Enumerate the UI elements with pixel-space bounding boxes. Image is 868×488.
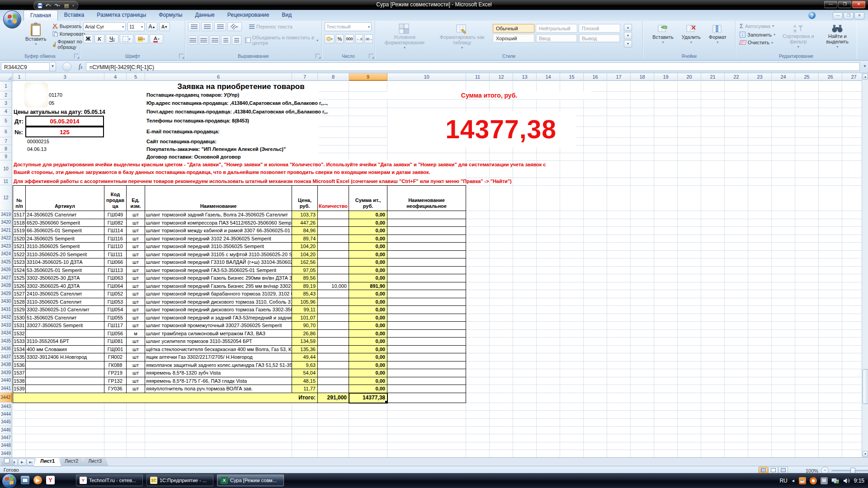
table-row[interactable]: 1534400 мм СловакияГЩ001штщётка стеклооч…: [13, 346, 466, 354]
cell[interactable]: [318, 211, 349, 219]
mail-tray-icon[interactable]: M: [821, 477, 828, 484]
cell[interactable]: 1520: [13, 235, 26, 243]
row-header-3433[interactable]: 3433: [0, 321, 12, 329]
cell[interactable]: 3110-3552054 БРТ: [26, 338, 104, 346]
select-all-corner[interactable]: [0, 73, 13, 81]
cell[interactable]: [318, 298, 349, 306]
page-layout-view-button[interactable]: [769, 467, 778, 474]
table-row[interactable]: 15186520-3506060 SemperitГШ082штшланг то…: [13, 219, 466, 227]
row-header-3422[interactable]: 3422: [0, 235, 12, 243]
zoom-slider[interactable]: [831, 470, 868, 471]
cell[interactable]: ГЯ002: [104, 353, 127, 361]
cell[interactable]: ГР219: [104, 369, 127, 377]
table-row[interactable]: 152024-3506025 SemperitГШ116штшланг торм…: [13, 235, 466, 243]
cell[interactable]: яяяремень 8,5*8-1320 зубч Vista: [145, 369, 292, 377]
cell[interactable]: 447,26: [292, 219, 318, 227]
cell[interactable]: [318, 377, 349, 385]
request-number-cell[interactable]: 125: [25, 127, 104, 137]
row-header-3434[interactable]: 3434: [0, 329, 12, 338]
row-header-3427[interactable]: 3427: [0, 274, 12, 282]
row-header-4[interactable]: 4: [0, 108, 12, 116]
cell[interactable]: [387, 235, 466, 243]
sort-filter-button[interactable]: АЯ Сортировка и фильтр▾: [780, 22, 816, 51]
cell[interactable]: шланг тормозной передний Газель Бизнес 2…: [145, 274, 292, 282]
request-date-cell[interactable]: 05.05.2014: [25, 116, 104, 127]
cell[interactable]: 134,59: [292, 338, 318, 346]
increase-indent-button[interactable]: [232, 36, 241, 45]
expand-formula-bar-icon[interactable]: ▼: [863, 64, 867, 68]
cell[interactable]: 33027-3506025 Semperit: [26, 322, 104, 330]
cell[interactable]: [387, 322, 466, 330]
column-header-12[interactable]: 12: [490, 73, 513, 81]
align-right-button[interactable]: [210, 36, 219, 45]
cell[interactable]: [387, 385, 466, 393]
cell[interactable]: 103,73: [292, 211, 318, 219]
cell[interactable]: 1536: [13, 361, 26, 370]
cell[interactable]: [387, 369, 466, 377]
paste-button[interactable]: Вставить▾: [24, 22, 48, 50]
volume-tray-icon[interactable]: [843, 478, 850, 484]
cell[interactable]: ГЩ001: [104, 346, 127, 354]
table-row[interactable]: 152453-3506025-01 SemperitГШ113штшланг т…: [13, 267, 466, 275]
font-size-combo[interactable]: 11▾: [127, 22, 145, 31]
insert-cells-button[interactable]: Вставить▾: [651, 22, 675, 47]
insert-function-icon[interactable]: fx: [79, 63, 82, 70]
cell[interactable]: [318, 258, 349, 267]
cell[interactable]: шт: [127, 267, 145, 275]
cell[interactable]: 54,04: [292, 369, 318, 377]
row-header-3437[interactable]: 3437: [0, 353, 12, 361]
cell[interactable]: ГУ036: [104, 385, 127, 393]
cell[interactable]: 48,15: [292, 377, 318, 385]
close-button[interactable]: ✕: [852, 1, 865, 8]
cell[interactable]: 0,00: [349, 338, 387, 346]
cell[interactable]: [387, 393, 466, 404]
row-header-2[interactable]: 2: [0, 91, 12, 99]
cell[interactable]: 0,00: [349, 369, 387, 377]
cell[interactable]: шт: [127, 322, 145, 330]
row-header-3425[interactable]: 3425: [0, 258, 12, 266]
cell[interactable]: ГШ111: [104, 251, 127, 259]
cell[interactable]: ГШ063: [104, 274, 127, 282]
cell[interactable]: [318, 314, 349, 322]
row-header-3446[interactable]: 3446: [0, 426, 12, 434]
start-button[interactable]: [2, 474, 17, 488]
cell[interactable]: ГР132: [104, 377, 127, 385]
underline-button[interactable]: Ч▾: [106, 34, 118, 43]
cell[interactable]: 0,00: [349, 243, 387, 251]
cell[interactable]: 51-3506025 Сателлит: [26, 314, 104, 322]
table-row[interactable]: 1536ГК088штяяколпачок защитный заднего к…: [13, 361, 466, 370]
cell[interactable]: [387, 330, 466, 338]
cell[interactable]: 66-3506025-01 Semperit: [26, 227, 104, 235]
cell[interactable]: 3302-3912406 Н.Новгород: [26, 353, 104, 361]
cell[interactable]: шланг трамблера силиконовый метражом ГАЗ…: [145, 330, 292, 338]
clipboard-dialog-launcher[interactable]: [74, 54, 79, 58]
cell[interactable]: ГШ066: [104, 258, 127, 267]
selected-cell[interactable]: 14377,38: [349, 393, 387, 404]
cell[interactable]: [26, 377, 104, 385]
cell[interactable]: 0,00: [349, 290, 387, 298]
cell[interactable]: 1534: [13, 346, 26, 354]
cell[interactable]: 1533: [13, 338, 26, 346]
cell[interactable]: ГК088: [104, 361, 127, 370]
cell[interactable]: [387, 258, 466, 267]
taskbar-button-1c[interactable]: 1С1С:Предприятие - ...: [146, 474, 213, 486]
column-header-9[interactable]: 9: [349, 73, 387, 81]
cell[interactable]: 0,00: [349, 298, 387, 306]
cell[interactable]: 104,20: [292, 251, 318, 259]
workbook-minimize-button[interactable]: —: [833, 12, 843, 19]
cell[interactable]: шт: [127, 219, 145, 227]
borders-button[interactable]: ▾: [120, 34, 133, 43]
media-player-icon[interactable]: ▸: [33, 476, 42, 484]
cell[interactable]: ГШ114: [104, 227, 127, 235]
styles-scroll-up-icon[interactable]: ▲: [624, 24, 632, 31]
row-header-3448[interactable]: 3448: [0, 442, 12, 450]
row-header-3431[interactable]: 3431: [0, 305, 12, 314]
cell[interactable]: 0,00: [349, 330, 387, 338]
cell[interactable]: 10,000: [318, 282, 349, 291]
row-header-3442[interactable]: 3442: [0, 393, 12, 403]
cell[interactable]: 1517: [13, 211, 26, 219]
cell[interactable]: [318, 330, 349, 338]
minimize-button[interactable]: —: [824, 1, 837, 8]
row-header-3429[interactable]: 3429: [0, 290, 12, 298]
cell[interactable]: 1538: [13, 377, 26, 385]
